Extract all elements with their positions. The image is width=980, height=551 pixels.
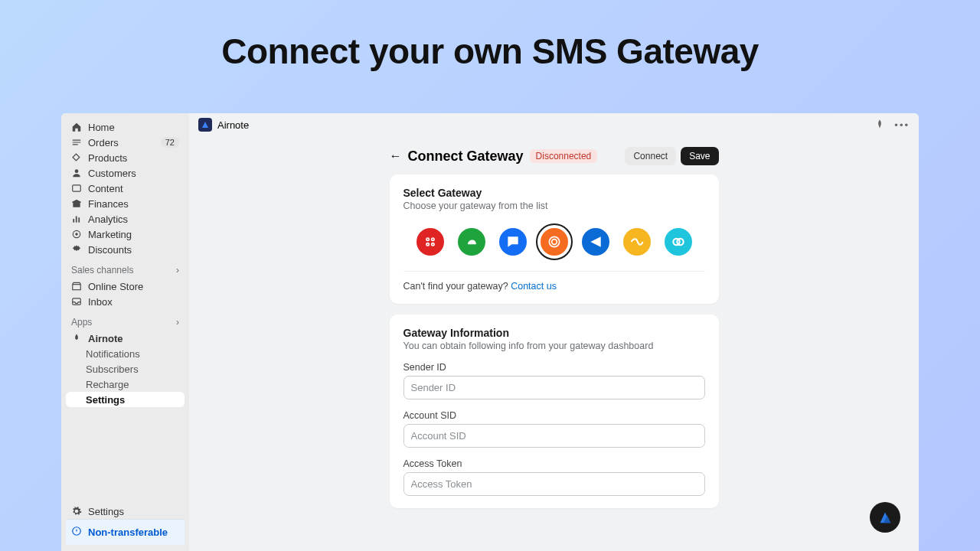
page: ← Connect Gateway Disconnected Connect S… [390,147,719,551]
card-footer: Can't find your gateway? Contact us [403,271,705,292]
sidebar-item-finances[interactable]: Finances [66,196,185,211]
content-icon [71,183,82,194]
select-gateway-card: Select Gateway Choose your gateway from … [390,174,719,304]
marketing-icon [71,229,82,240]
sidebar-item-marketing[interactable]: Marketing [66,227,185,242]
gateway-option-clicksend[interactable] [458,228,485,256]
sidebar-item-content[interactable]: Content [66,181,185,196]
page-header: ← Connect Gateway Disconnected Connect S… [390,147,719,165]
card-subtitle: You can obtain following info from your … [403,341,705,351]
save-button[interactable]: Save [681,147,718,165]
sidebar-item-online-store[interactable]: Online Store [66,279,185,294]
svg-rect-2 [73,219,74,223]
gateway-option-nexmo[interactable] [623,228,651,256]
card-title: Select Gateway [403,187,705,199]
section-label-text: Sales channels [71,265,133,276]
sales-channels-header[interactable]: Sales channels › [66,257,185,279]
svg-point-10 [426,238,429,240]
sidebar-item-inbox[interactable]: Inbox [66,294,185,309]
access-token-input[interactable] [403,472,705,496]
card-title: Gateway Information [403,327,705,339]
status-badge: Disconnected [530,149,598,163]
gateway-option-telnyx[interactable] [582,228,609,256]
sidebar: Home Orders 72 Products Customers Conten… [61,113,189,551]
nav-label: Analytics [88,214,128,225]
pin-icon [71,333,82,344]
gateway-info-card: Gateway Information You can obtain follo… [390,315,719,508]
gateway-option-msg91[interactable] [541,228,568,256]
chevron-right-icon: › [176,317,179,328]
info-icon [71,526,82,539]
app-logo-icon [198,118,212,132]
gateway-list [403,228,705,256]
account-sid-input[interactable] [403,424,705,448]
nav-label: Home [88,122,115,133]
svg-point-0 [75,169,79,173]
section-label-text: Apps [71,317,92,328]
back-arrow-icon[interactable]: ← [390,149,402,163]
nav-label: Settings [88,506,124,517]
gateway-option-textlocal[interactable] [499,228,527,256]
nav-label: Orders [88,137,119,148]
svg-point-12 [426,243,429,246]
sidebar-sub-notifications[interactable]: Notifications [66,346,185,361]
sidebar-item-products[interactable]: Products [66,150,185,165]
analytics-icon [71,214,82,224]
home-icon [71,122,82,132]
non-transferable-banner[interactable]: Non-transferable [66,519,185,545]
nav-label: Content [88,183,123,194]
sidebar-item-settings[interactable]: Settings [66,504,185,519]
customers-icon [71,168,82,178]
apps-header[interactable]: Apps › [66,309,185,331]
inbox-icon [71,296,82,307]
nav-label: Discounts [88,244,132,256]
nav-label: Airnote [88,333,123,344]
page-title: Connect Gateway [408,148,524,165]
store-icon [71,281,82,292]
sidebar-item-customers[interactable]: Customers [66,165,185,181]
svg-point-11 [431,238,433,240]
gateway-option-plivo[interactable] [665,228,692,256]
sidebar-item-orders[interactable]: Orders 72 [66,135,185,150]
field-label: Account SID [403,410,705,421]
pin-icon[interactable] [874,119,885,132]
chevron-right-icon: › [176,265,179,276]
field-label: Sender ID [403,362,705,373]
orders-count-badge: 72 [161,137,179,148]
finances-icon [71,198,82,209]
sidebar-item-discounts[interactable]: Discounts [66,242,185,257]
field-label: Access Token [403,458,705,469]
products-icon [71,152,82,163]
sidebar-item-home[interactable]: Home [66,119,185,135]
sidebar-app-airnote[interactable]: Airnote [66,331,185,346]
footer-text: Can't find your gateway? [403,281,511,292]
sidebar-sub-settings[interactable]: Settings [66,392,185,407]
field-sender-id: Sender ID [403,362,705,399]
nav-label: Customers [88,168,136,179]
svg-rect-1 [73,185,81,191]
sender-id-input[interactable] [403,376,705,399]
field-access-token: Access Token [403,458,705,496]
hero-title: Connect your own SMS Gateway [0,0,980,72]
sidebar-sub-recharge[interactable]: Recharge [66,377,185,392]
nav-label: Inbox [88,296,113,308]
non-transferable-label: Non-transferable [88,527,168,538]
nav-label: Marketing [88,229,132,240]
svg-point-13 [431,243,433,246]
card-subtitle: Choose your gateway from the list [403,201,705,211]
svg-point-15 [551,240,557,245]
svg-rect-3 [76,217,77,223]
nav-label: Finances [88,198,129,210]
svg-point-5 [75,233,78,236]
more-icon[interactable]: ••• [894,119,910,131]
gateway-option-twilio[interactable] [416,228,444,256]
contact-us-link[interactable]: Contact us [511,281,557,292]
sidebar-sub-subscribers[interactable]: Subscribers [66,361,185,377]
sidebar-item-analytics[interactable]: Analytics [66,211,185,227]
nav-label: Online Store [88,281,143,292]
topbar: Airnote ••• [189,113,919,136]
orders-icon [71,137,82,148]
connect-button[interactable]: Connect [625,147,676,165]
help-fab[interactable] [870,502,900,533]
svg-point-14 [549,236,559,246]
